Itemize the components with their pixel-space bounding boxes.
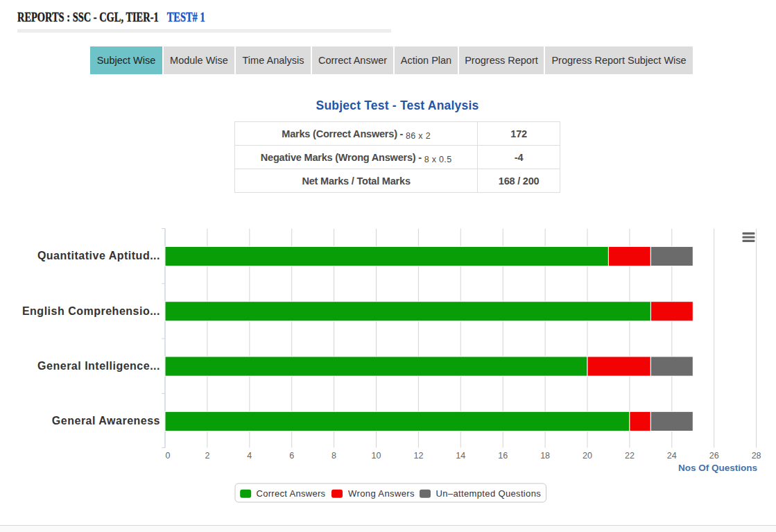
svg-text:Nos Of Questions: Nos Of Questions bbox=[678, 463, 757, 473]
svg-text:4: 4 bbox=[247, 451, 252, 461]
svg-text:28: 28 bbox=[752, 451, 761, 461]
svg-text:Wrong Answers: Wrong Answers bbox=[348, 488, 415, 499]
svg-text:2: 2 bbox=[205, 451, 209, 461]
svg-text:16: 16 bbox=[498, 451, 508, 461]
svg-text:10: 10 bbox=[372, 451, 381, 461]
svg-text:18: 18 bbox=[540, 451, 550, 461]
svg-text:0: 0 bbox=[166, 451, 171, 461]
svg-text:20: 20 bbox=[583, 451, 592, 461]
svg-text:22: 22 bbox=[625, 451, 635, 461]
svg-text:24: 24 bbox=[667, 451, 677, 461]
svg-text:Quantitative Aptitud...: Quantitative Aptitud... bbox=[37, 250, 160, 261]
svg-text:8: 8 bbox=[331, 451, 336, 461]
svg-text:12: 12 bbox=[413, 451, 423, 461]
svg-text:English Comprehensio...: English Comprehensio... bbox=[22, 305, 160, 317]
svg-text:14: 14 bbox=[456, 451, 465, 461]
svg-text:General Awareness: General Awareness bbox=[52, 415, 160, 427]
svg-text:26: 26 bbox=[709, 451, 719, 461]
svg-text:Un–attempted Questions: Un–attempted Questions bbox=[436, 488, 542, 499]
svg-text:Correct Answers: Correct Answers bbox=[257, 488, 326, 499]
svg-text:General Intelligence...: General Intelligence... bbox=[37, 360, 160, 372]
svg-text:6: 6 bbox=[289, 451, 294, 461]
